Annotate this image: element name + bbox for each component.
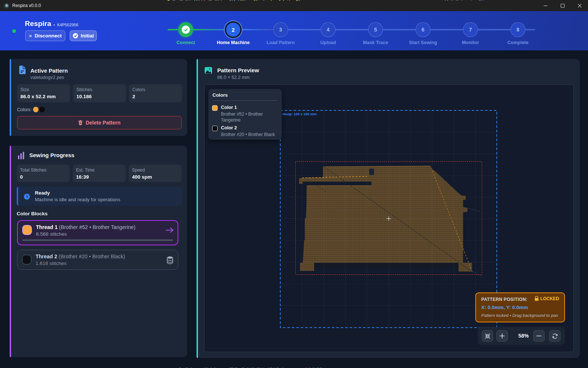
svg-text:Hoop: 100 x 100 mm: Hoop: 100 x 100 mm [283,112,317,116]
